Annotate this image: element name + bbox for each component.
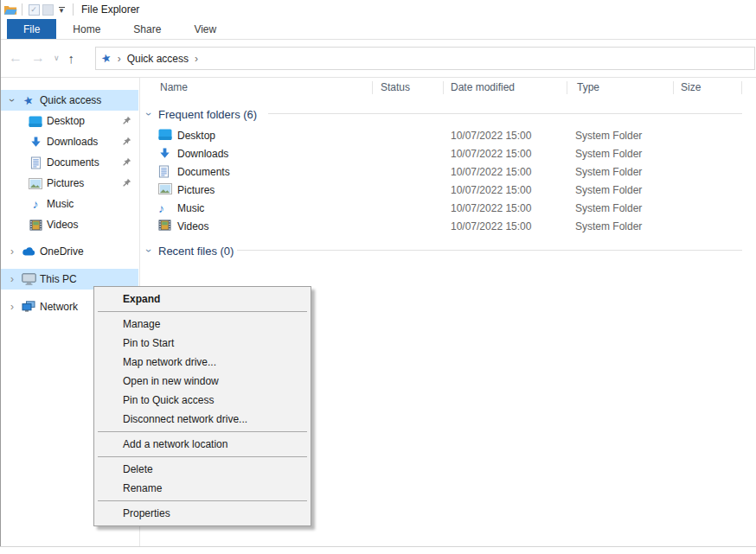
address-bar: ← → ∨ ↑ ★ › Quick access › — [0, 40, 756, 78]
column-header-size[interactable]: Size — [681, 78, 701, 97]
column-header-name[interactable]: Name — [160, 78, 188, 97]
sidebar-item-onedrive[interactable]: › OneDrive — [0, 241, 138, 262]
menu-separator — [98, 456, 307, 457]
file-name: Pictures — [177, 184, 215, 196]
pictures-icon — [28, 178, 43, 189]
menu-item-properties[interactable]: Properties — [94, 504, 311, 523]
breadcrumb-chevron-icon[interactable]: › — [118, 53, 121, 65]
column-header-type[interactable]: Type — [577, 78, 599, 97]
quick-access-star-icon: ★ — [100, 51, 113, 66]
file-row-desktop[interactable]: Desktop 10/07/2022 15:00 System Folder — [140, 127, 746, 145]
pin-icon — [122, 157, 131, 167]
quick-access-toolbar-new-folder-button[interactable] — [41, 3, 54, 16]
group-header-recent-files[interactable]: › Recent files (0) — [144, 242, 234, 259]
sidebar-item-quick-access[interactable]: › ★ Quick access — [0, 90, 138, 111]
file-date-modified: 10/07/2022 15:00 — [451, 166, 531, 178]
pin-icon — [122, 116, 131, 125]
menu-item-disconnect-network-drive[interactable]: Disconnect network drive... — [94, 410, 311, 429]
desktop-icon — [28, 116, 43, 127]
breadcrumb-chevron-icon[interactable]: › — [195, 53, 198, 65]
menu-item-rename[interactable]: Rename — [94, 479, 311, 498]
pin-icon — [122, 137, 131, 146]
sidebar-item-videos[interactable]: Videos — [0, 214, 138, 235]
chevron-right-icon[interactable]: › — [7, 301, 17, 313]
tab-file[interactable]: File — [7, 19, 56, 39]
tab-share[interactable]: Share — [117, 19, 177, 39]
column-divider[interactable] — [741, 81, 742, 94]
file-row-pictures[interactable]: Pictures 10/07/2022 15:00 System Folder — [140, 181, 746, 200]
sidebar-item-label: Desktop — [47, 115, 85, 127]
chevron-down-icon: ▾ — [60, 8, 64, 13]
breadcrumb[interactable]: ★ › Quick access › — [95, 47, 755, 70]
sidebar-item-desktop[interactable]: Desktop — [0, 111, 138, 131]
file-date-modified: 10/07/2022 15:00 — [451, 148, 531, 160]
tab-home[interactable]: Home — [56, 19, 117, 39]
file-type: System Folder — [575, 166, 642, 178]
back-icon[interactable]: ← — [9, 50, 22, 66]
sidebar-item-downloads[interactable]: Downloads — [0, 131, 138, 152]
up-icon[interactable]: ↑ — [68, 51, 75, 66]
chevron-down-icon: › — [143, 245, 155, 256]
file-name: Videos — [177, 220, 208, 232]
new-folder-icon — [42, 4, 54, 16]
menu-item-add-a-network-location[interactable]: Add a network location — [94, 435, 311, 454]
file-row-videos[interactable]: Videos 10/07/2022 15:00 System Folder — [140, 218, 746, 236]
file-date-modified: 10/07/2022 15:00 — [451, 202, 531, 214]
context-menu: Expand Manage Pin to Start Map network d… — [93, 286, 311, 526]
sidebar-item-documents[interactable]: Documents — [0, 152, 138, 173]
recent-locations-chevron-icon[interactable]: ∨ — [54, 54, 60, 62]
file-type: System Folder — [575, 220, 642, 232]
file-explorer-logo-icon — [3, 3, 17, 16]
column-header-row: Name Status Date modified Type Size — [140, 78, 756, 97]
sidebar-item-label: OneDrive — [40, 245, 84, 258]
chevron-down-icon: › — [143, 109, 155, 119]
file-row-downloads[interactable]: Downloads 10/07/2022 15:00 System Folder — [140, 145, 746, 163]
sidebar-item-pictures[interactable]: Pictures — [0, 173, 138, 194]
pictures-icon — [158, 183, 172, 194]
chevron-right-icon[interactable]: › — [7, 273, 17, 285]
group-header-frequent-folders[interactable]: › Frequent folders (6) — [144, 105, 257, 123]
file-name: Music — [177, 202, 204, 214]
sidebar-item-music[interactable]: ♪ Music — [0, 194, 138, 214]
menu-item-map-network-drive[interactable]: Map network drive... — [94, 353, 311, 372]
titlebar-separator — [22, 3, 22, 16]
titlebar-separator — [73, 3, 74, 16]
downloads-icon — [28, 136, 43, 149]
sidebar-item-label: Network — [40, 301, 78, 313]
breadcrumb-segment-quick-access[interactable]: Quick access — [127, 53, 189, 65]
sidebar-item-label: This PC — [40, 273, 77, 285]
column-divider[interactable] — [567, 81, 567, 94]
sidebar-item-label: Quick access — [40, 94, 101, 106]
music-icon: ♪ — [158, 201, 164, 215]
forward-icon[interactable]: → — [31, 50, 45, 66]
window-title: File Explorer — [81, 3, 139, 16]
chevron-down-icon[interactable]: › — [6, 95, 18, 105]
column-header-status[interactable]: Status — [381, 78, 410, 97]
ribbon-tab-bar: File Home Share View — [0, 19, 756, 40]
menu-item-manage[interactable]: Manage — [94, 315, 311, 334]
music-icon: ♪ — [28, 197, 43, 211]
menu-separator — [98, 311, 307, 312]
tab-view[interactable]: View — [177, 19, 233, 39]
documents-icon — [28, 156, 43, 169]
menu-item-delete[interactable]: Delete — [94, 460, 311, 479]
title-bar: ✓ ▾ File Explorer — [0, 0, 756, 19]
quick-access-toolbar-properties-button[interactable]: ✓ — [27, 3, 41, 16]
menu-item-expand[interactable]: Expand — [94, 290, 311, 309]
column-divider[interactable] — [673, 81, 674, 94]
menu-item-pin-to-start[interactable]: Pin to Start — [94, 334, 311, 353]
menu-item-pin-to-quick-access[interactable]: Pin to Quick access — [94, 391, 311, 410]
column-divider[interactable] — [372, 81, 373, 94]
menu-item-open-in-new-window[interactable]: Open in new window — [94, 372, 311, 391]
file-type: System Folder — [575, 202, 642, 214]
file-row-documents[interactable]: Documents 10/07/2022 15:00 System Folder — [140, 163, 746, 181]
group-header-label: Recent files (0) — [158, 245, 234, 258]
onedrive-icon — [21, 246, 36, 257]
customize-quick-access-toolbar-button[interactable]: ▾ — [54, 3, 68, 16]
file-row-music[interactable]: ♪ Music 10/07/2022 15:00 System Folder — [140, 200, 746, 218]
column-divider[interactable] — [443, 81, 444, 94]
file-type: System Folder — [575, 184, 642, 196]
column-header-date-modified[interactable]: Date modified — [451, 78, 515, 97]
file-type: System Folder — [575, 148, 642, 160]
chevron-right-icon[interactable]: › — [7, 245, 17, 258]
